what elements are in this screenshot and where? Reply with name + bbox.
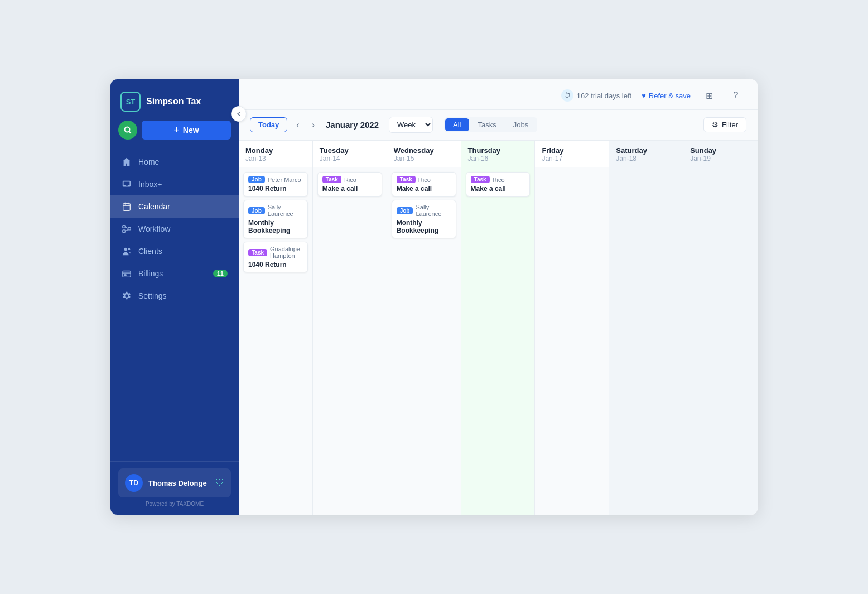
day-date-thursday: Jan-16	[468, 155, 528, 162]
help-icon-button[interactable]: ?	[727, 87, 744, 104]
sidebar-item-workflow[interactable]: Workflow	[110, 218, 239, 240]
billings-icon	[122, 269, 132, 279]
trial-badge: ⏱ 162 trial days left	[561, 89, 631, 102]
avatar: TD	[125, 474, 143, 492]
svg-point-0	[125, 127, 130, 132]
event-title: Monthly Bookkeeping	[397, 219, 451, 234]
day-body-friday	[535, 167, 609, 515]
clients-icon	[122, 246, 132, 256]
event-title: 1040 Return	[248, 261, 303, 269]
day-column-sunday: Sunday Jan-19	[683, 141, 758, 515]
sidebar-item-clients[interactable]: Clients	[110, 240, 239, 262]
shield-icon: 🛡	[215, 478, 224, 488]
event-tuesday-1[interactable]: Task Rico Make a call	[317, 172, 382, 197]
month-label: January 2022	[326, 120, 379, 130]
day-name-tuesday: Tuesday	[320, 146, 380, 155]
event-tag-job: Job	[248, 176, 265, 183]
workflow-label: Workflow	[138, 224, 228, 233]
calendar-grid: Monday Jan-13 Job Peter Marco 1040 Retur…	[239, 140, 758, 515]
today-button[interactable]: Today	[250, 117, 287, 132]
sidebar-item-settings[interactable]: Settings	[110, 285, 239, 307]
day-body-tuesday: Task Rico Make a call	[313, 167, 387, 515]
company-name: Simpson Tax	[146, 97, 201, 107]
day-header-tuesday: Tuesday Jan-14	[313, 141, 387, 167]
settings-icon	[122, 291, 132, 301]
new-plus-icon: +	[173, 125, 180, 135]
event-assignee: Rico	[493, 176, 505, 183]
svg-point-11	[124, 248, 127, 251]
event-thursday-1[interactable]: Task Rico Make a call	[466, 172, 531, 197]
filter-icon: ⚙	[712, 121, 718, 129]
day-name-sunday: Sunday	[690, 146, 751, 155]
svg-line-1	[129, 132, 132, 134]
svg-rect-15	[124, 275, 127, 276]
event-tag-job: Job	[397, 207, 413, 214]
event-title: Monthly Bookkeeping	[248, 219, 303, 234]
event-monday-1[interactable]: Job Peter Marco 1040 Return	[243, 172, 308, 197]
trial-icon: ⏱	[561, 89, 573, 102]
settings-label: Settings	[138, 291, 228, 300]
event-title: Make a call	[471, 185, 525, 193]
event-wednesday-1[interactable]: Task Rico Make a call	[392, 172, 456, 197]
prev-arrow-button[interactable]: ‹	[293, 119, 302, 131]
home-label: Home	[138, 157, 228, 166]
day-column-monday: Monday Jan-13 Job Peter Marco 1040 Retur…	[239, 141, 313, 515]
day-header-saturday: Saturday Jan-18	[609, 141, 683, 167]
filter-tab-jobs[interactable]: Jobs	[505, 118, 536, 131]
event-tag-task: Task	[322, 176, 341, 183]
svg-rect-8	[128, 227, 131, 230]
svg-line-10	[125, 229, 128, 231]
event-title: 1040 Return	[248, 185, 303, 193]
day-body-sunday	[683, 167, 758, 515]
day-date-sunday: Jan-19	[690, 155, 751, 162]
top-bar: ⏱ 162 trial days left ♥ Refer & save ⊞ ?	[239, 79, 758, 110]
user-card[interactable]: TD Thomas Delonge 🛡	[118, 468, 231, 497]
main-content: ⏱ 162 trial days left ♥ Refer & save ⊞ ?…	[239, 79, 758, 515]
event-title: Make a call	[322, 185, 377, 193]
refer-link[interactable]: ♥ Refer & save	[642, 92, 691, 100]
sidebar-item-home[interactable]: Home	[110, 151, 239, 173]
view-select[interactable]: Week Month Day	[389, 117, 433, 133]
sidebar-item-billings[interactable]: Billings 11	[110, 262, 239, 285]
event-assignee: Guadalupe Hampton	[270, 246, 303, 259]
sidebar-footer: TD Thomas Delonge 🛡 Powered by TAXDOME	[110, 461, 239, 515]
day-header-friday: Friday Jan-17	[535, 141, 609, 167]
day-body-saturday	[609, 167, 683, 515]
day-column-saturday: Saturday Jan-18	[609, 141, 683, 515]
filter-tab-tasks[interactable]: Tasks	[470, 118, 504, 131]
apps-icon-button[interactable]: ⊞	[701, 87, 717, 104]
filter-tabs: All Tasks Jobs	[444, 117, 537, 132]
search-button[interactable]	[118, 121, 137, 140]
event-assignee: Rico	[418, 176, 431, 183]
app-container: ST Simpson Tax + New	[110, 79, 758, 515]
svg-rect-6	[123, 226, 126, 228]
powered-by: Powered by TAXDOME	[118, 497, 231, 509]
logo-badge: ST	[120, 92, 141, 112]
sidebar-collapse-button[interactable]	[231, 106, 247, 122]
day-body-thursday: Task Rico Make a call	[461, 167, 535, 515]
day-name-wednesday: Wednesday	[394, 146, 454, 155]
filter-button[interactable]: ⚙ Filter	[703, 117, 746, 132]
day-column-friday: Friday Jan-17	[535, 141, 609, 515]
day-header-monday: Monday Jan-13	[239, 141, 312, 167]
next-arrow-button[interactable]: ›	[308, 119, 318, 131]
day-header-sunday: Sunday Jan-19	[683, 141, 758, 167]
day-header-wednesday: Wednesday Jan-15	[387, 141, 461, 167]
event-tag-task: Task	[248, 249, 267, 256]
sidebar-nav: Home Inbox+ Calendar	[110, 148, 239, 461]
event-assignee: Peter Marco	[268, 176, 301, 183]
event-tag-task: Task	[397, 176, 416, 183]
new-button[interactable]: + New	[142, 121, 231, 140]
event-monday-3[interactable]: Task Guadalupe Hampton 1040 Return	[243, 242, 308, 272]
sidebar-logo: ST Simpson Tax	[110, 79, 239, 121]
billings-badge: 11	[213, 270, 228, 277]
day-date-friday: Jan-17	[542, 155, 602, 162]
event-wednesday-2[interactable]: Job Sally Laurence Monthly Bookkeeping	[392, 200, 456, 238]
filter-tab-all[interactable]: All	[445, 118, 469, 131]
sidebar-item-inbox[interactable]: Inbox+	[110, 173, 239, 195]
event-monday-2[interactable]: Job Sally Laurence Monthly Bookkeeping	[243, 200, 308, 238]
day-name-saturday: Saturday	[616, 146, 676, 155]
event-assignee: Sally Laurence	[416, 204, 451, 217]
sidebar-item-calendar[interactable]: Calendar	[110, 195, 239, 218]
day-date-wednesday: Jan-15	[394, 155, 454, 162]
